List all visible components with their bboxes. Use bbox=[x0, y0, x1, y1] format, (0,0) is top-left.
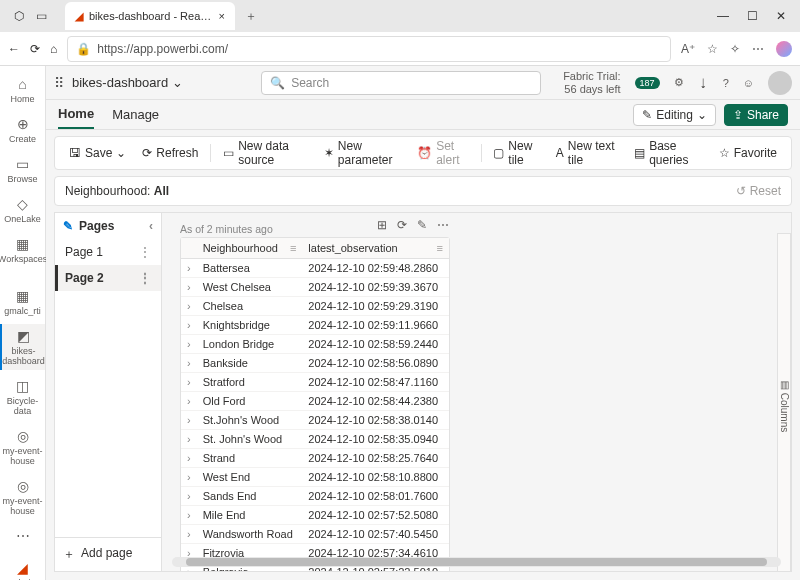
expand-icon[interactable]: › bbox=[181, 525, 197, 544]
favorite-button[interactable]: ☆Favorite bbox=[713, 146, 783, 160]
expand-icon[interactable]: › bbox=[181, 506, 197, 525]
app-launcher-icon[interactable]: ⠿ bbox=[54, 75, 64, 91]
minimize-icon[interactable]: ― bbox=[717, 9, 729, 23]
extensions-icon[interactable]: ✧ bbox=[730, 42, 740, 56]
collapse-icon[interactable]: ‹ bbox=[149, 219, 153, 233]
col-neighbourhood[interactable]: Neighbourhood≡ bbox=[197, 238, 303, 259]
trial-badge[interactable]: 187 bbox=[635, 77, 660, 89]
help-icon[interactable]: ? bbox=[723, 77, 729, 89]
editing-button[interactable]: ✎Editing⌄ bbox=[633, 104, 716, 126]
rail-browse[interactable]: ▭Browse bbox=[0, 152, 45, 188]
rail-bicycle-data[interactable]: ◫Bicycle-data bbox=[0, 374, 45, 420]
refresh-icon[interactable]: ⟳ bbox=[30, 42, 40, 56]
table-tile[interactable]: ⊞ ⟳ ✎ ⋯ Neighbourhood≡ latest_observatio… bbox=[180, 237, 450, 572]
expand-icon[interactable]: › bbox=[181, 487, 197, 506]
table-row[interactable]: ›St.John's Wood2024-12-10 02:58:38.0140 bbox=[181, 411, 449, 430]
close-tab-icon[interactable]: × bbox=[219, 10, 225, 22]
rail-workspaces[interactable]: ▦Workspaces bbox=[0, 232, 45, 268]
table-row[interactable]: ›Wandsworth Road2024-12-10 02:57:40.5450 bbox=[181, 525, 449, 544]
column-menu-icon[interactable]: ≡ bbox=[290, 242, 296, 254]
tile-edit-icon[interactable]: ✎ bbox=[417, 218, 427, 232]
expand-icon[interactable]: › bbox=[181, 430, 197, 449]
table-row[interactable]: ›Knightsbridge2024-12-10 02:59:11.9660 bbox=[181, 316, 449, 335]
expand-icon[interactable]: › bbox=[181, 449, 197, 468]
expand-icon[interactable]: › bbox=[181, 392, 197, 411]
new-parameter-button[interactable]: ✶New parameter bbox=[318, 139, 407, 167]
page-menu-icon[interactable]: ⋮ bbox=[139, 271, 151, 285]
tab-home[interactable]: Home bbox=[58, 100, 94, 129]
save-button[interactable]: 🖫Save⌄ bbox=[63, 146, 132, 160]
download-icon[interactable]: ⭣ bbox=[698, 77, 709, 89]
table-row[interactable]: ›Old Ford2024-12-10 02:58:44.2380 bbox=[181, 392, 449, 411]
col-latest-observation[interactable]: latest_observation≡ bbox=[302, 238, 449, 259]
expand-icon[interactable]: › bbox=[181, 373, 197, 392]
page-menu-icon[interactable]: ⋮ bbox=[139, 245, 151, 259]
scroll-thumb[interactable] bbox=[186, 558, 767, 566]
settings-icon[interactable]: ⚙ bbox=[674, 76, 684, 89]
base-queries-button[interactable]: ▤Base queries bbox=[628, 139, 709, 167]
rail-workspace-gmalc[interactable]: ▦gmalc_rti bbox=[0, 284, 45, 320]
filter-value[interactable]: All bbox=[154, 184, 169, 198]
home-icon[interactable]: ⌂ bbox=[50, 42, 57, 56]
expand-icon[interactable]: › bbox=[181, 411, 197, 430]
refresh-button[interactable]: ⟳Refresh bbox=[136, 146, 204, 160]
breadcrumb[interactable]: bikes-dashboard ⌄ bbox=[72, 75, 183, 90]
maximize-icon[interactable]: ☐ bbox=[747, 9, 758, 23]
new-tab-button[interactable]: ＋ bbox=[245, 8, 257, 25]
table-row[interactable]: ›Battersea2024-12-10 02:59:48.2860 bbox=[181, 259, 449, 278]
expand-icon[interactable]: › bbox=[181, 278, 197, 297]
rail-more[interactable]: ⋯ bbox=[0, 524, 45, 548]
explore-icon[interactable]: ⊞ bbox=[377, 218, 387, 232]
tab-manage[interactable]: Manage bbox=[112, 101, 159, 128]
more-icon[interactable]: ⋯ bbox=[752, 42, 764, 56]
search-input[interactable]: 🔍 Search bbox=[261, 71, 541, 95]
expand-icon[interactable]: › bbox=[181, 468, 197, 487]
table-row[interactable]: ›West Chelsea2024-12-10 02:59:39.3670 bbox=[181, 278, 449, 297]
expand-icon[interactable]: › bbox=[181, 259, 197, 278]
rail-bikes-dashboard[interactable]: ◩bikes-dashboard bbox=[0, 324, 45, 370]
rail-onelake[interactable]: ◇OneLake bbox=[0, 192, 45, 228]
expand-icon[interactable]: › bbox=[181, 354, 197, 373]
table-row[interactable]: ›West End2024-12-10 02:58:10.8800 bbox=[181, 468, 449, 487]
table-row[interactable]: ›Bankside2024-12-10 02:58:56.0890 bbox=[181, 354, 449, 373]
rail-home[interactable]: ⌂Home bbox=[0, 72, 45, 108]
url-field[interactable]: 🔒 https://app.powerbi.com/ bbox=[67, 36, 671, 62]
canvas[interactable]: As of 2 minutes ago ⊞ ⟳ ✎ ⋯ Neighbourhoo… bbox=[162, 212, 792, 572]
feedback-icon[interactable]: ☺ bbox=[743, 77, 754, 89]
back-icon[interactable]: ← bbox=[8, 42, 20, 56]
tile-more-icon[interactable]: ⋯ bbox=[437, 218, 449, 232]
add-page-button[interactable]: ＋Add page bbox=[55, 537, 161, 571]
expand-icon[interactable]: › bbox=[181, 316, 197, 335]
table-row[interactable]: ›London Bridge2024-12-10 02:58:59.2440 bbox=[181, 335, 449, 354]
rail-realtime[interactable]: ◢Real-Time Intelligence bbox=[0, 556, 45, 580]
table-row[interactable]: ›Chelsea2024-12-10 02:59:29.3190 bbox=[181, 297, 449, 316]
close-window-icon[interactable]: ✕ bbox=[776, 9, 786, 23]
rail-eventhouse-2[interactable]: ◎my-event-house bbox=[0, 474, 45, 520]
browser-tab[interactable]: ◢ bikes-dashboard - Real-Time Int × bbox=[65, 2, 235, 30]
reset-button[interactable]: ↺Reset bbox=[736, 184, 781, 198]
page-item-2[interactable]: Page 2⋮ bbox=[55, 265, 161, 291]
horizontal-scrollbar[interactable] bbox=[172, 557, 781, 567]
page-item-1[interactable]: Page 1⋮ bbox=[55, 239, 161, 265]
rail-eventhouse-1[interactable]: ◎my-event-house bbox=[0, 424, 45, 470]
text-size-icon[interactable]: A⁺ bbox=[681, 42, 695, 56]
copilot-icon[interactable] bbox=[776, 41, 792, 57]
new-text-tile-button[interactable]: ANew text tile bbox=[550, 139, 624, 167]
share-button[interactable]: ⇪Share bbox=[724, 104, 788, 126]
table-row[interactable]: ›Stratford2024-12-10 02:58:47.1160 bbox=[181, 373, 449, 392]
new-tile-button[interactable]: ▢New tile bbox=[487, 139, 545, 167]
tabs-icon[interactable]: ▭ bbox=[36, 9, 47, 23]
favorite-icon[interactable]: ☆ bbox=[707, 42, 718, 56]
rail-create[interactable]: ⊕Create bbox=[0, 112, 45, 148]
table-row[interactable]: ›St. John's Wood2024-12-10 02:58:35.0940 bbox=[181, 430, 449, 449]
table-row[interactable]: ›Mile End2024-12-10 02:57:52.5080 bbox=[181, 506, 449, 525]
new-data-source-button[interactable]: ▭New data source bbox=[217, 139, 314, 167]
tile-refresh-icon[interactable]: ⟳ bbox=[397, 218, 407, 232]
expand-icon[interactable]: › bbox=[181, 297, 197, 316]
columns-panel-collapsed[interactable]: ▥ Columns bbox=[777, 233, 791, 572]
cube-icon[interactable]: ⬡ bbox=[14, 9, 24, 23]
expand-icon[interactable]: › bbox=[181, 335, 197, 354]
column-menu-icon[interactable]: ≡ bbox=[437, 242, 443, 254]
avatar[interactable] bbox=[768, 71, 792, 95]
table-row[interactable]: ›Strand2024-12-10 02:58:25.7640 bbox=[181, 449, 449, 468]
